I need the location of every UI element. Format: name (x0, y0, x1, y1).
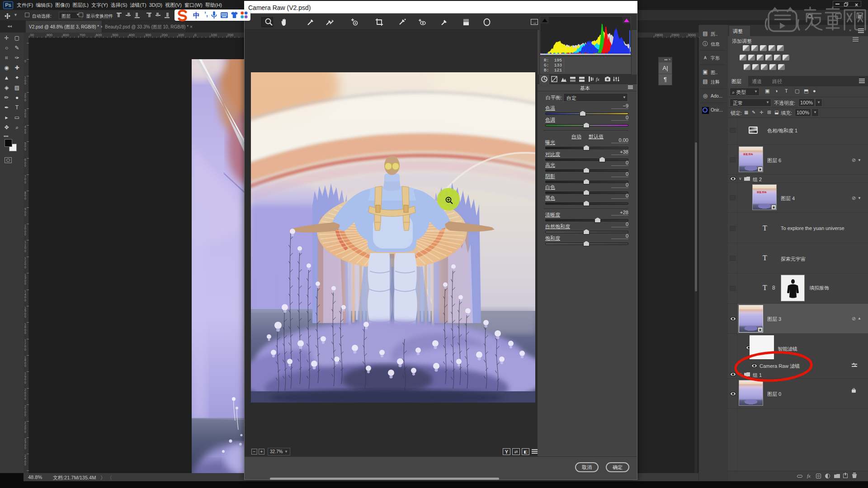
svg-text:fx: fx (596, 76, 599, 82)
